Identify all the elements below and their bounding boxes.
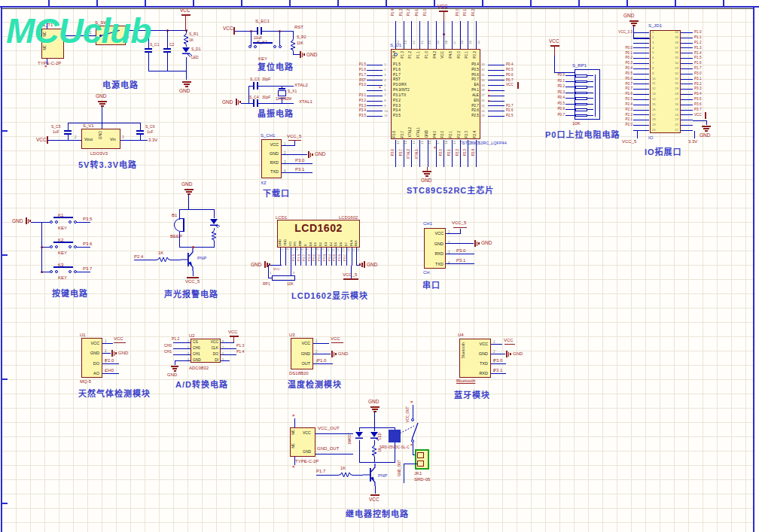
part-value[interactable]: 10K <box>287 282 294 286</box>
part-value[interactable]: KEY <box>58 251 67 255</box>
part-value[interactable]: TYPE-C-2P <box>295 459 319 464</box>
pin-net-label[interactable]: P3.6 <box>694 103 726 107</box>
power-label[interactable]: GND <box>700 133 710 138</box>
pin-net-label[interactable]: P0.5 <box>333 254 336 261</box>
pin-net-label[interactable]: VCC_3.3 <box>605 31 632 35</box>
power-label[interactable]: GND <box>481 241 492 246</box>
pin-net-label[interactable]: P0.7 <box>506 79 527 83</box>
pin-net-label[interactable]: P0.1 <box>464 9 468 16</box>
pin-net-label[interactable]: P1.1 <box>694 36 726 40</box>
part-value[interactable]: CH <box>423 270 430 275</box>
pin-net-label[interactable]: P0.6 <box>506 74 527 78</box>
net-label[interactable]: VCC_5 <box>343 272 357 277</box>
pin-net-label[interactable]: XTAL1 <box>416 149 419 159</box>
pin-net-label[interactable]: P3.5 <box>694 98 726 102</box>
part-value[interactable]: 1uF <box>147 130 154 134</box>
net-label[interactable]: XTAL1 <box>299 99 312 104</box>
pin-net-label[interactable]: P2.3 <box>605 108 632 112</box>
part-value[interactable]: 10K <box>572 121 581 126</box>
pin-net-label[interactable]: P1.3 <box>400 9 404 16</box>
designator[interactable]: U1 <box>80 333 86 337</box>
pin-net-label[interactable]: P3.4 <box>347 109 366 113</box>
net-label[interactable]: P1.0 <box>317 358 326 363</box>
caption-ldo[interactable]: 5V转3.3V电路 <box>78 161 137 169</box>
designator[interactable]: C2 <box>169 43 174 47</box>
power-label[interactable]: GND <box>179 89 190 94</box>
pin-net-label[interactable]: P3.3 <box>694 87 726 91</box>
pin-net-label[interactable]: P1.2 <box>694 41 726 45</box>
pin-net-label[interactable]: P0.0 <box>545 74 565 78</box>
part-value[interactable]: Bluetooth <box>456 378 475 383</box>
caption-reset[interactable]: 复位电路 <box>258 63 294 71</box>
pin-net-label[interactable]: P1.6 <box>347 68 366 72</box>
pin-net-label[interactable]: P0.4 <box>328 254 331 261</box>
designator[interactable]: S_JD1 <box>648 23 662 28</box>
part-value[interactable]: LED <box>379 433 383 439</box>
pin-net-label[interactable]: P2.4 <box>472 149 476 156</box>
pin-net-label[interactable]: P3.0 <box>347 84 366 87</box>
power-label[interactable]: GND <box>251 263 261 268</box>
pin-net-label[interactable]: P3.5 <box>347 114 366 118</box>
pin-net-label[interactable]: P0.5 <box>545 102 565 106</box>
power-label[interactable]: VCC <box>331 336 340 341</box>
pin-net-label[interactable]: P0.6 <box>545 108 565 111</box>
power-label[interactable]: VCC <box>36 138 47 143</box>
power-label[interactable]: VCC <box>369 497 380 503</box>
pin-net-label[interactable]: P0.0 <box>456 9 460 16</box>
caption-lcd[interactable]: LCD1602显示模块 <box>291 292 368 300</box>
pin-net-label[interactable]: VCC <box>506 84 527 87</box>
designator[interactable]: U2 <box>189 333 195 338</box>
net-label[interactable]: P3.1 <box>295 167 304 172</box>
power-label[interactable]: GND <box>306 53 317 58</box>
net-label[interactable]: P3.7 <box>83 266 92 271</box>
pin-net-label[interactable]: P2.6 <box>506 109 527 113</box>
pin-net-label[interactable]: P0.1 <box>545 80 565 84</box>
pin-net-label[interactable]: P0.7 <box>343 254 346 261</box>
part-value[interactable]: 11.0592M <box>276 98 291 102</box>
pin-net-label[interactable]: P2.7 <box>506 105 527 108</box>
pin-net-label[interactable]: P3.6 <box>392 149 395 156</box>
pin-net-label[interactable]: P2.5 <box>292 254 295 261</box>
diode-icon[interactable] <box>355 431 364 440</box>
designator[interactable]: S_C3 <box>250 78 260 81</box>
power-label[interactable]: VCC <box>223 26 233 32</box>
net-label[interactable]: P1.3 <box>236 344 244 348</box>
part-value[interactable]: TYPE-C-2P <box>38 61 61 65</box>
power-label[interactable]: GND <box>367 263 377 268</box>
caption-serial[interactable]: 串口 <box>422 281 440 290</box>
pin-net-label[interactable]: P0.3 <box>545 91 565 95</box>
net-label[interactable]: P1.4 <box>236 350 244 354</box>
power-label[interactable]: VCC <box>437 5 448 10</box>
part-value[interactable]: 1N4007 <box>349 433 352 445</box>
power-label[interactable]: VCC <box>180 8 191 14</box>
designator[interactable]: U3 <box>289 333 295 337</box>
net-label[interactable]: P3.0 <box>456 248 465 253</box>
pin-net-label[interactable]: P2.3 <box>464 149 468 156</box>
pin-net-label[interactable]: P0.6 <box>605 78 632 81</box>
pin-net-label[interactable]: P1.2 <box>407 9 411 16</box>
caption-keys[interactable]: 按键电路 <box>52 290 88 298</box>
part-value[interactable]: LED <box>191 56 199 59</box>
pin-net-label[interactable]: P3.1 <box>347 94 366 98</box>
power-label[interactable]: GND <box>623 14 634 19</box>
net-label[interactable]: GND_OUT <box>317 446 339 451</box>
pin-net-label[interactable]: P3.7 <box>694 108 726 112</box>
net-label[interactable]: XTAL2 <box>294 83 308 87</box>
net-label[interactable]: CH1 <box>164 350 172 354</box>
designator[interactable]: JK1 <box>414 471 422 476</box>
caption-power[interactable]: 电源电路 <box>102 81 139 90</box>
net-label[interactable]: 3.3V <box>688 139 697 144</box>
potentiometer-icon[interactable] <box>272 275 295 281</box>
designator[interactable]: S_R2 <box>297 35 306 39</box>
crystal-icon[interactable] <box>278 90 286 96</box>
net-label[interactable]: CH0 <box>105 368 114 372</box>
pin-net-label[interactable]: P3.7 <box>400 149 404 156</box>
power-label[interactable]: GND <box>118 351 128 355</box>
pin-net-label[interactable]: P0.3 <box>323 254 326 261</box>
caption-mcu[interactable]: STC89C52RC主芯片 <box>407 187 494 195</box>
designator[interactable]: B1 <box>172 213 177 217</box>
designator[interactable]: U4 <box>458 333 464 337</box>
net-label[interactable]: VCC_OUT <box>318 426 340 430</box>
part-value[interactable]: LDO3V3 <box>90 151 108 156</box>
pin-net-label[interactable]: P2.7 <box>605 87 632 91</box>
